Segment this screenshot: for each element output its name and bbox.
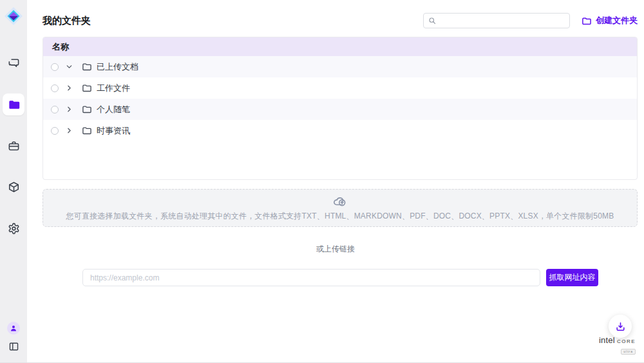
sidebar-item-chat[interactable] <box>3 52 24 74</box>
folder-name[interactable]: 个人随笔 <box>97 104 130 115</box>
chevron-right-icon[interactable] <box>65 84 73 92</box>
folder-name[interactable]: 已上传文档 <box>97 61 138 73</box>
cloud-upload-icon <box>333 194 347 208</box>
table-row[interactable]: 时事资讯 <box>43 120 637 141</box>
intel-core-logo: intel core ultra <box>599 336 636 355</box>
page-header: 我的文件夹 创建文件夹 <box>27 0 644 28</box>
sidebar <box>0 0 27 362</box>
upload-dropzone[interactable]: 您可直接选择加载文件夹，系统自动处理其中的文件，文件格式支持TXT、HTML、M… <box>43 189 638 227</box>
folder-icon <box>82 126 91 135</box>
cube-icon <box>8 181 20 193</box>
chat-icon <box>8 57 20 70</box>
sidebar-item-settings[interactable] <box>3 217 24 239</box>
url-input[interactable] <box>82 269 540 286</box>
sidebar-bottom <box>7 322 20 352</box>
folder-icon <box>82 83 91 93</box>
sidebar-item-workspace[interactable] <box>3 135 24 157</box>
folder-plus-icon <box>582 16 591 26</box>
app-logo-icon[interactable] <box>3 6 24 26</box>
table-row[interactable]: 已上传文档 <box>43 56 637 77</box>
row-checkbox[interactable] <box>51 127 59 135</box>
sidebar-item-folders[interactable] <box>3 93 24 115</box>
upload-hint-text: 您可直接选择加载文件夹，系统自动处理其中的文件，文件格式支持TXT、HTML、M… <box>66 211 614 222</box>
core-wordmark: core <box>617 337 636 344</box>
folder-table: 名称 已上传文档 工作文件 <box>43 37 638 180</box>
row-checkbox[interactable] <box>51 106 59 113</box>
row-checkbox[interactable] <box>51 84 59 92</box>
search-box[interactable] <box>423 13 570 28</box>
chevron-right-icon[interactable] <box>65 126 73 135</box>
collapse-sidebar-button[interactable] <box>8 341 19 352</box>
briefcase-icon <box>8 140 20 152</box>
ultra-badge: ultra <box>621 349 636 355</box>
app-window: 我的文件夹 创建文件夹 名称 <box>0 0 644 363</box>
folder-icon <box>8 99 20 111</box>
table-row[interactable]: 个人随笔 <box>43 99 637 120</box>
download-fab-button[interactable] <box>609 315 632 338</box>
table-row[interactable]: 工作文件 <box>43 77 637 99</box>
intel-wordmark: intel <box>599 336 615 344</box>
url-upload-row: 抓取网址内容 <box>82 269 598 286</box>
search-icon <box>428 17 436 25</box>
header-actions: 创建文件夹 <box>423 13 638 28</box>
folder-name[interactable]: 工作文件 <box>97 83 130 94</box>
folder-icon <box>82 62 91 72</box>
search-input[interactable] <box>440 16 565 25</box>
or-upload-link-text: 或上传链接 <box>27 244 644 255</box>
folder-icon <box>82 104 91 114</box>
column-name: 名称 <box>52 41 69 53</box>
gear-icon <box>8 222 20 235</box>
sidebar-item-models[interactable] <box>3 176 24 198</box>
folder-name[interactable]: 时事资讯 <box>97 125 130 137</box>
user-avatar[interactable] <box>7 322 20 335</box>
sidebar-nav <box>3 52 24 239</box>
create-folder-label: 创建文件夹 <box>596 15 638 26</box>
fetch-url-button[interactable]: 抓取网址内容 <box>546 269 598 286</box>
user-icon <box>10 324 17 332</box>
chevron-down-icon[interactable] <box>65 63 73 71</box>
chevron-right-icon[interactable] <box>65 105 73 113</box>
row-checkbox[interactable] <box>51 63 59 71</box>
panel-icon <box>8 341 19 352</box>
page-title: 我的文件夹 <box>43 15 91 27</box>
main-content: 我的文件夹 创建文件夹 名称 <box>27 0 644 362</box>
table-header: 名称 <box>43 37 637 56</box>
create-folder-button[interactable]: 创建文件夹 <box>582 15 638 26</box>
download-icon <box>615 321 626 332</box>
